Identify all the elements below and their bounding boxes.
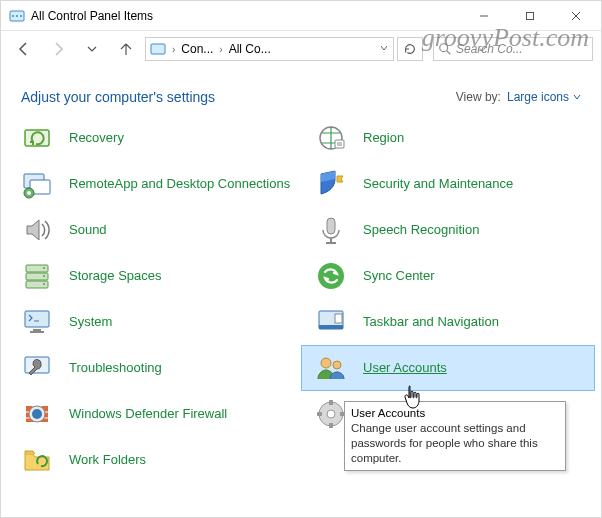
back-button[interactable]	[9, 35, 39, 63]
cp-item-label: Security and Maintenance	[363, 177, 513, 192]
tooltip: User Accounts Change user account settin…	[344, 401, 566, 471]
speech-icon	[315, 214, 347, 246]
cp-item-label: Sound	[69, 223, 107, 238]
svg-point-1	[12, 15, 14, 17]
viewby-value: Large icons	[507, 90, 569, 104]
remoteapp-icon	[21, 168, 53, 200]
search-box[interactable]: Search Co...	[433, 37, 593, 61]
viewby-label: View by:	[456, 90, 501, 104]
svg-point-48	[327, 410, 335, 418]
region-icon	[315, 122, 347, 154]
chevron-down-icon	[573, 93, 581, 101]
cp-item-firewall[interactable]: Windows Defender Firewall	[7, 391, 301, 437]
svg-rect-30	[25, 311, 49, 327]
breadcrumb-seg2[interactable]: All Co...	[227, 42, 273, 56]
cp-item-label: System	[69, 315, 112, 330]
useraccounts-icon	[315, 352, 347, 384]
refresh-button[interactable]	[397, 37, 423, 61]
svg-point-38	[333, 361, 341, 369]
svg-point-26	[43, 267, 45, 269]
svg-rect-51	[317, 412, 322, 416]
maximize-button[interactable]	[507, 1, 553, 31]
recent-dropdown[interactable]	[77, 35, 107, 63]
svg-rect-32	[30, 331, 44, 333]
cp-item-label: Sync Center	[363, 269, 435, 284]
cp-item-label: Recovery	[69, 131, 124, 146]
cp-item-region[interactable]: Region	[301, 115, 595, 161]
svg-rect-50	[329, 423, 333, 428]
cp-item-label: Speech Recognition	[363, 223, 479, 238]
svg-line-10	[447, 51, 451, 55]
svg-point-28	[43, 283, 45, 285]
svg-rect-13	[335, 140, 344, 148]
svg-point-2	[16, 15, 18, 17]
svg-rect-31	[33, 329, 41, 331]
cp-item-recovery[interactable]: Recovery	[7, 115, 301, 161]
tooltip-body: Change user account settings and passwor…	[351, 421, 559, 466]
troubleshoot-icon	[21, 352, 53, 384]
svg-rect-5	[527, 12, 534, 19]
cp-item-label: User Accounts	[363, 361, 447, 376]
minimize-button[interactable]	[461, 1, 507, 31]
search-placeholder: Search Co...	[456, 42, 523, 56]
svg-point-37	[321, 358, 331, 368]
cp-item-label: Work Folders	[69, 453, 146, 468]
window-title: All Control Panel Items	[31, 9, 461, 23]
svg-point-29	[318, 263, 344, 289]
recovery-icon	[21, 122, 53, 154]
titlebar: All Control Panel Items	[1, 1, 601, 31]
nav-row: › Con... › All Co... Search Co...	[1, 31, 601, 67]
svg-rect-20	[327, 218, 335, 234]
svg-rect-35	[335, 314, 342, 323]
cp-item-taskbar[interactable]: Taskbar and Navigation	[301, 299, 595, 345]
chevron-right-icon[interactable]: ›	[170, 44, 177, 55]
svg-rect-8	[151, 44, 165, 54]
tooltip-title: User Accounts	[351, 406, 559, 421]
cp-item-sync[interactable]: Sync Center	[301, 253, 595, 299]
svg-rect-34	[319, 325, 343, 329]
breadcrumb-root[interactable]	[148, 41, 168, 57]
cp-item-remoteapp[interactable]: RemoteApp and Desktop Connections	[7, 161, 301, 207]
svg-rect-49	[329, 400, 333, 405]
cp-item-label: RemoteApp and Desktop Connections	[69, 177, 290, 192]
cp-item-workfolders[interactable]: Work Folders	[7, 437, 301, 483]
address-dropdown[interactable]	[377, 43, 391, 55]
workfolders-icon	[21, 444, 53, 476]
taskbar-icon	[315, 306, 347, 338]
cp-item-security[interactable]: Security and Maintenance	[301, 161, 595, 207]
svg-point-19	[27, 191, 31, 195]
up-button[interactable]	[111, 35, 141, 63]
cp-item-label: Storage Spaces	[69, 269, 162, 284]
close-button[interactable]	[553, 1, 599, 31]
system-icon	[21, 306, 53, 338]
svg-point-3	[20, 15, 22, 17]
search-icon	[438, 42, 452, 56]
storage-icon	[21, 260, 53, 292]
cp-item-label: Troubleshooting	[69, 361, 162, 376]
cp-item-useraccounts[interactable]: User Accounts	[301, 345, 595, 391]
cp-item-label: Taskbar and Navigation	[363, 315, 499, 330]
forward-button[interactable]	[43, 35, 73, 63]
cp-item-system[interactable]: System	[7, 299, 301, 345]
breadcrumb-seg1[interactable]: Con...	[179, 42, 215, 56]
sync-icon	[315, 260, 347, 292]
chevron-right-icon[interactable]: ›	[217, 44, 224, 55]
address-bar[interactable]: › Con... › All Co...	[145, 37, 394, 61]
security-icon	[315, 168, 347, 200]
svg-point-9	[440, 44, 448, 52]
sound-icon	[21, 214, 53, 246]
svg-point-27	[43, 275, 45, 277]
cp-item-label: Region	[363, 131, 404, 146]
cp-item-sound[interactable]: Sound	[7, 207, 301, 253]
svg-point-46	[32, 409, 42, 419]
cp-item-label: Windows Defender Firewall	[69, 407, 227, 422]
viewby-selector[interactable]: Large icons	[507, 90, 581, 104]
cp-item-storage[interactable]: Storage Spaces	[7, 253, 301, 299]
page-heading: Adjust your computer's settings	[21, 89, 456, 105]
cp-item-troubleshoot[interactable]: Troubleshooting	[7, 345, 301, 391]
firewall-icon	[21, 398, 53, 430]
control-panel-icon	[9, 8, 25, 24]
heading-row: Adjust your computer's settings View by:…	[1, 67, 601, 115]
windows-icon	[315, 398, 347, 430]
cp-item-speech[interactable]: Speech Recognition	[301, 207, 595, 253]
